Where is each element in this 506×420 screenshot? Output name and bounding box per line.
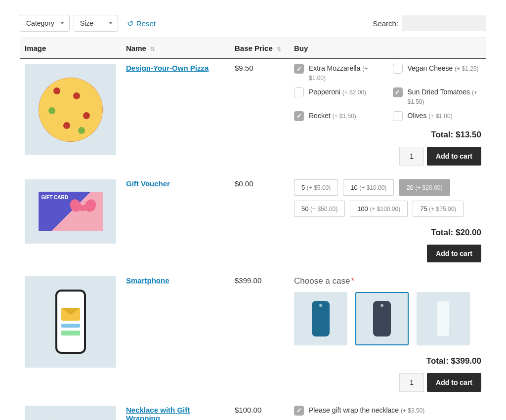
addon-label: Pepperoni (+ $2.00) <box>309 87 366 97</box>
product-table: Image Name Base Price Buy Design-Your-Ow… <box>20 38 486 420</box>
quantity-input[interactable] <box>399 373 424 392</box>
col-base-price[interactable]: Base Price <box>230 38 289 59</box>
base-price: $100.00 <box>230 397 289 420</box>
giftwrap-label: Please gift wrap the necklace (+ $3.50) <box>309 406 424 415</box>
addon-label: Rocket (+ $1.50) <box>309 111 356 121</box>
voucher-option[interactable]: 5 (+ $5.00) <box>294 179 338 196</box>
total-label: Total: $13.50 <box>294 130 481 140</box>
addon-label: Olives (+ $1.00) <box>408 111 453 121</box>
search-label: Search: <box>373 19 398 28</box>
add-to-cart-button[interactable]: Add to cart <box>427 147 481 166</box>
giftwrap-option: Please gift wrap the necklace (+ $3.50) <box>294 406 481 416</box>
base-price: $0.00 <box>230 170 289 267</box>
addon-option: Pepperoni (+ $2.00) <box>294 87 383 106</box>
case-option-white[interactable] <box>417 292 470 345</box>
col-image: Image <box>20 38 121 59</box>
addon-option: Sun Dried Tomatoes (+ $1.50) <box>393 87 482 106</box>
product-image-voucher: GIFT CARD <box>25 179 116 244</box>
quantity-input[interactable] <box>399 147 424 166</box>
col-buy: Buy <box>289 38 486 59</box>
addon-option: Olives (+ $1.00) <box>393 111 482 121</box>
product-image-smartphone <box>25 276 116 368</box>
voucher-option[interactable]: 100 (+ $100.00) <box>350 201 408 217</box>
undo-icon: ↺ <box>127 19 133 28</box>
base-price: $399.00 <box>230 267 289 397</box>
checkbox-icon[interactable] <box>294 406 304 416</box>
voucher-option[interactable]: 10 (+ $10.00) <box>343 179 394 196</box>
voucher-option-group: 5 (+ $5.00) 10 (+ $10.00) 20 (+ $20.00) … <box>294 179 481 217</box>
product-link[interactable]: Design-Your-Own Pizza <box>126 64 209 72</box>
add-to-cart-button[interactable]: Add to cart <box>427 373 481 392</box>
voucher-option[interactable]: 20 (+ $20.00) <box>399 179 450 196</box>
checkbox-icon[interactable] <box>294 111 304 121</box>
product-image-pizza <box>25 64 116 155</box>
total-label: Total: $399.00 <box>294 356 481 366</box>
size-dropdown[interactable]: Size <box>74 15 118 32</box>
product-link[interactable]: Smartphone <box>126 276 169 285</box>
addon-option: Rocket (+ $1.50) <box>294 111 383 121</box>
case-option-blue[interactable] <box>294 292 347 345</box>
addon-label: Vegan Cheese (+ $1.25) <box>408 64 479 73</box>
checkbox-icon[interactable] <box>393 87 403 97</box>
product-image-necklace <box>25 406 116 420</box>
table-row: Design-Your-Own Pizza $9.50 Extra Mozzar… <box>20 59 486 170</box>
reset-label: Reset <box>136 19 156 28</box>
checkbox-icon[interactable] <box>393 64 403 74</box>
total-label: Total: $20.00 <box>294 228 481 238</box>
base-price: $9.50 <box>230 59 289 170</box>
filter-bar: Category Size ↺ Reset Search: <box>20 15 486 32</box>
col-name[interactable]: Name <box>121 38 230 59</box>
checkbox-icon[interactable] <box>294 64 304 74</box>
table-row: Smartphone $399.00 Choose a case* Total:… <box>20 267 486 397</box>
search-input[interactable] <box>402 15 486 31</box>
category-dropdown[interactable]: Category <box>20 15 70 32</box>
checkbox-icon[interactable] <box>393 111 403 121</box>
add-to-cart-button[interactable]: Add to cart <box>427 245 481 262</box>
case-option-group <box>294 292 481 345</box>
checkbox-icon[interactable] <box>294 87 304 97</box>
addon-label: Sun Dried Tomatoes (+ $1.50) <box>408 87 482 106</box>
envelope-icon <box>61 308 80 321</box>
search-wrap: Search: <box>373 15 486 31</box>
voucher-option[interactable]: 75 (+ $75.00) <box>413 201 464 217</box>
filters-left: Category Size ↺ Reset <box>20 15 156 32</box>
addon-option: Extra Mozzarella (+ $1.00) <box>294 64 383 83</box>
table-row: Necklace with Gift Wrapping $100.00 Plea… <box>20 397 486 420</box>
reset-link[interactable]: ↺ Reset <box>127 19 156 28</box>
product-link[interactable]: Necklace with Gift Wrapping <box>126 406 190 420</box>
addon-label: Extra Mozzarella (+ $1.00) <box>309 64 383 83</box>
voucher-option[interactable]: 50 (+ $50.00) <box>294 201 345 217</box>
case-option-dark[interactable] <box>355 292 409 345</box>
addon-option: Vegan Cheese (+ $1.25) <box>393 64 482 83</box>
addons-grid: Extra Mozzarella (+ $1.00) Vegan Cheese … <box>294 64 481 121</box>
case-section-label: Choose a case* <box>294 276 481 286</box>
table-row: GIFT CARD Gift Voucher $0.00 5 (+ $5.00)… <box>20 170 486 267</box>
product-link[interactable]: Gift Voucher <box>126 179 170 188</box>
